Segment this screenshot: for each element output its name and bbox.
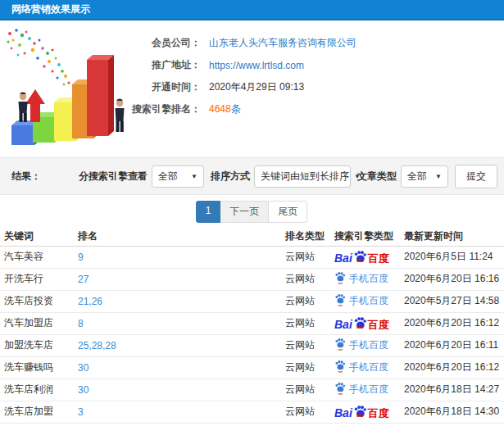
mobile-baidu-label: 手机百度: [349, 272, 388, 286]
engine-cell: Bai du 百度: [330, 401, 400, 423]
time-cell: 2020年6月20日 16:12: [400, 356, 504, 378]
submit-button[interactable]: 提交: [455, 165, 497, 188]
baidu-suffix: 百度: [368, 320, 389, 330]
mobile-baidu-label: 手机百度: [349, 294, 388, 308]
mobile-baidu-badge: 手机百度: [334, 360, 388, 375]
table-row: 汽车美容 9 云网站 Bai du 百度 2020年6月5日 11:24: [0, 246, 504, 268]
engine-cell: 手机百度: [330, 290, 400, 312]
rank-cell[interactable]: 3: [74, 401, 281, 423]
businessman-right: [116, 99, 125, 132]
time-cell: 2020年6月20日 16:11: [400, 334, 504, 356]
promotion-url-link[interactable]: https://www.lrtlsd.com: [209, 60, 304, 71]
rank-cell[interactable]: 30: [74, 378, 281, 401]
bar-red: [87, 55, 114, 136]
time-cell: 2020年6月20日 16:12: [400, 312, 504, 334]
baidu-paw-icon: du: [353, 316, 367, 330]
rank-cell[interactable]: 8: [74, 312, 281, 334]
keyword-cell: 汽车美容: [0, 246, 74, 268]
bar-chart-illustration: [2, 25, 139, 155]
sort-filter-label: 排序方式: [211, 170, 250, 184]
table-row: 开洗车行 27 云网站 手机百度 2020年6月20日 16:16: [0, 268, 504, 290]
pager-wrap: 1 下一页 尾页: [0, 195, 504, 228]
time-cell: 2020年6月18日 14:27: [400, 378, 504, 401]
baidu-paw-text: du: [356, 324, 364, 329]
results-table: 关键词 排名 排名类型 搜索引擎类型 最新更新时间 汽车美容 9 云网站 Bai…: [0, 228, 504, 424]
open-time-value: 2020年4月29日 09:13: [209, 80, 304, 94]
mobile-baidu-paw-icon: [334, 382, 346, 397]
page-title: 网络营销效果展示: [11, 2, 90, 16]
sort-select[interactable]: 关键词由短到长排序 ▼: [254, 165, 351, 188]
info-section: 会员公司： 山东老人头汽车服务咨询有限公司 推广地址： https://www.…: [0, 20, 504, 157]
article-type-select[interactable]: 全部 ▼: [401, 165, 448, 188]
article-type-label: 文章类型: [357, 170, 397, 184]
time-cell: 2020年5月27日 14:58: [400, 290, 504, 312]
confetti-dots: [7, 29, 70, 85]
filter-bar: 结果： 分搜索引擎查看 全部 ▼ 排序方式 关键词由短到长排序 ▼ 文章类型 全…: [0, 157, 504, 195]
time-cell: 2020年6月18日 14:30: [400, 401, 504, 423]
baidu-paw-text: du: [356, 257, 364, 263]
mobile-baidu-badge: 手机百度: [334, 338, 388, 353]
businessman-left: [19, 93, 28, 122]
mobile-baidu-label: 手机百度: [349, 360, 388, 374]
rank-count-value: 4648条: [209, 102, 241, 116]
rank-type-cell: 云网站: [281, 268, 330, 290]
time-cell: 2020年6月20日 16:16: [400, 268, 504, 290]
mobile-baidu-badge: 手机百度: [334, 293, 388, 309]
rank-cell[interactable]: 21,26: [74, 290, 281, 312]
table-body: 汽车美容 9 云网站 Bai du 百度 2020年6月5日 11:24 开洗车…: [0, 246, 504, 423]
chevron-down-icon: ▼: [191, 173, 198, 180]
rank-type-cell: 云网站: [281, 334, 330, 356]
rank-cell[interactable]: 30: [74, 356, 281, 378]
rank-cell[interactable]: 25,28,28: [74, 334, 281, 356]
col-update-time: 最新更新时间: [400, 228, 504, 246]
rank-count-unit: 条: [231, 103, 241, 115]
keyword-cell: 洗车店投资: [0, 290, 74, 312]
table-row: 汽车加盟店 8 云网站 Bai du 百度 2020年6月20日 16:12: [0, 312, 504, 334]
baidu-suffix: 百度: [368, 408, 389, 419]
keyword-cell: 汽车加盟店: [0, 312, 74, 334]
mobile-baidu-paw-icon: [334, 338, 346, 353]
baidu-logo: Bai du 百度: [334, 250, 389, 264]
col-rank-type: 排名类型: [281, 228, 330, 246]
keyword-cell: 洗车店加盟: [0, 401, 74, 423]
sort-select-value: 关键词由短到长排序: [261, 170, 349, 184]
page-current[interactable]: 1: [196, 201, 221, 223]
mobile-baidu-paw-icon: [334, 293, 346, 309]
engine-select[interactable]: 全部 ▼: [152, 165, 204, 188]
col-rank: 排名: [74, 228, 281, 246]
rank-type-cell: 云网站: [281, 378, 330, 401]
rank-cell[interactable]: 27: [74, 268, 281, 290]
baidu-paw-icon: du: [353, 405, 367, 419]
filter-controls: 分搜索引擎查看 全部 ▼ 排序方式 关键词由短到长排序 ▼ 文章类型 全部 ▼ …: [72, 165, 497, 188]
engine-cell: 手机百度: [330, 356, 400, 378]
time-cell: 2020年6月5日 11:24: [400, 246, 504, 268]
engine-cell: 手机百度: [330, 268, 400, 290]
col-engine-type: 搜索引擎类型: [330, 228, 400, 246]
keyword-cell: 洗车店利润: [0, 378, 74, 401]
mobile-baidu-label: 手机百度: [349, 383, 388, 397]
page-last[interactable]: 尾页: [268, 201, 307, 223]
mobile-baidu-paw-icon: [334, 271, 346, 287]
keyword-cell: 洗车赚钱吗: [0, 356, 74, 378]
col-keyword: 关键词: [0, 228, 74, 246]
company-link[interactable]: 山东老人头汽车服务咨询有限公司: [209, 36, 356, 50]
keyword-cell: 加盟洗车店: [0, 334, 74, 356]
chevron-down-icon: ▼: [435, 173, 442, 180]
keyword-cell: 开洗车行: [0, 268, 74, 290]
engine-filter-label: 分搜索引擎查看: [79, 170, 148, 184]
table-row: 洗车店加盟 3 云网站 Bai du 百度 2020年6月18日 14:30: [0, 401, 504, 423]
title-bar: 网络营销效果展示: [0, 0, 504, 20]
page-next[interactable]: 下一页: [220, 201, 269, 223]
rank-type-cell: 云网站: [281, 356, 330, 378]
engine-cell: Bai du 百度: [330, 246, 400, 268]
rank-type-cell: 云网站: [281, 246, 330, 268]
result-label: 结果：: [11, 170, 41, 184]
mobile-baidu-paw-icon: [334, 360, 346, 375]
baidu-paw-text: du: [356, 412, 364, 418]
baidu-prefix: Bai: [334, 407, 352, 419]
baidu-paw-icon: du: [353, 250, 367, 264]
baidu-suffix: 百度: [368, 253, 389, 264]
baidu-prefix: Bai: [334, 252, 352, 264]
rank-cell[interactable]: 9: [74, 246, 281, 268]
baidu-logo: Bai du 百度: [334, 405, 389, 419]
